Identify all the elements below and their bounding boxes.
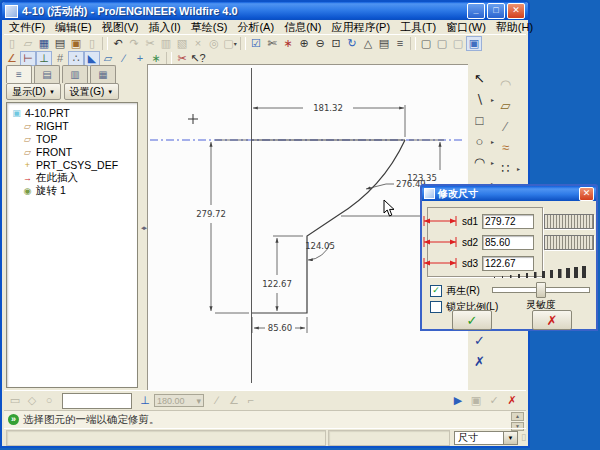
menu-view[interactable]: 视图(V) bbox=[97, 20, 144, 35]
tree-item-part[interactable]: ▣4-10.PRT bbox=[7, 106, 137, 119]
redo-icon[interactable]: ↷ bbox=[126, 36, 142, 51]
save-copy-icon[interactable]: ▣ bbox=[68, 36, 84, 51]
open-file-icon[interactable]: ▱ bbox=[20, 36, 36, 51]
sketch-cancel-icon[interactable]: ✗ bbox=[470, 353, 489, 370]
tree-item-csys[interactable]: +PRT_CSYS_DEF bbox=[7, 158, 137, 171]
menu-insert[interactable]: 插入(I) bbox=[143, 20, 185, 35]
tab-history[interactable]: ▦ bbox=[90, 65, 116, 83]
offset-tool-icon[interactable]: ◠ bbox=[496, 76, 515, 93]
menu-tools[interactable]: 工具(T) bbox=[395, 20, 441, 35]
dim-bottom-width[interactable]: 85.60 bbox=[268, 323, 292, 333]
dialog-close-button[interactable]: ✕ bbox=[579, 187, 594, 201]
datum-burst-icon[interactable]: ∗ bbox=[280, 36, 296, 51]
paste-icon[interactable]: ▧ bbox=[174, 36, 190, 51]
thumbwheel[interactable] bbox=[544, 235, 594, 250]
point-tool-icon[interactable]: ∷▸ bbox=[496, 160, 515, 177]
angle-option-icon[interactable]: ∠ bbox=[226, 393, 242, 408]
menu-analysis[interactable]: 分析(A) bbox=[232, 20, 279, 35]
centerline-tool-icon[interactable]: ∕ bbox=[496, 118, 515, 135]
slash-option-icon[interactable]: ∕ bbox=[209, 393, 225, 408]
settings-button[interactable]: 设置(G)▼ bbox=[64, 83, 119, 100]
layers-icon[interactable]: ≡ bbox=[392, 36, 408, 51]
cancel-icon[interactable]: ✗ bbox=[504, 393, 520, 408]
regenerate-checkbox[interactable]: ✓ bbox=[430, 285, 442, 297]
rectangle-tool-icon[interactable]: □ bbox=[470, 112, 489, 129]
title-bar[interactable]: 4-10 (活动的) - Pro/ENGINEER Wildfire 4.0 _… bbox=[2, 2, 528, 20]
curve-tool-icon[interactable]: ≈ bbox=[496, 139, 515, 156]
tab-folder-browser[interactable]: ▤ bbox=[34, 65, 60, 83]
lock-scale-checkbox[interactable] bbox=[430, 301, 442, 313]
zoom-out-icon[interactable]: ⊖ bbox=[312, 36, 328, 51]
dashboard-input[interactable] bbox=[62, 393, 132, 409]
dim-top-width[interactable]: 181.32 bbox=[313, 103, 343, 113]
sensitivity-slider[interactable] bbox=[492, 282, 588, 296]
trim-rect-icon[interactable]: ▭ bbox=[7, 393, 23, 408]
menu-applications[interactable]: 应用程序(P) bbox=[326, 20, 395, 35]
select-box-icon[interactable]: ▢▾ bbox=[222, 36, 238, 51]
menu-help[interactable]: 帮助(H) bbox=[491, 20, 538, 35]
print-icon[interactable]: ▤ bbox=[52, 36, 68, 51]
wireframe-icon[interactable]: ▢ bbox=[418, 36, 434, 51]
arc-tool-icon[interactable]: ◠▸ bbox=[470, 154, 489, 171]
menu-window[interactable]: 窗口(W) bbox=[441, 20, 491, 35]
orient-icon[interactable]: △ bbox=[360, 36, 376, 51]
palette-tool-icon[interactable]: ▱ bbox=[496, 97, 515, 114]
accept-icon[interactable]: ✓ bbox=[486, 393, 502, 408]
dialog-title-bar[interactable]: 修改尺寸 ✕ bbox=[422, 186, 596, 201]
corner-option-icon[interactable]: ⌐ bbox=[243, 393, 259, 408]
no-hidden-icon[interactable]: ▢ bbox=[450, 36, 466, 51]
divide-icon[interactable]: ✄ bbox=[264, 36, 280, 51]
delete-icon[interactable]: × bbox=[190, 36, 206, 51]
line-tool-icon[interactable]: ∖▸ bbox=[470, 91, 489, 108]
search-icon[interactable]: ◎ bbox=[206, 36, 222, 51]
circle-tool-icon[interactable]: ○▸ bbox=[470, 133, 489, 150]
copy-icon[interactable]: ▥ bbox=[158, 36, 174, 51]
minimize-button[interactable]: _ bbox=[467, 3, 485, 19]
trim-circle-icon[interactable]: ○ bbox=[41, 393, 57, 408]
dim-segment-height[interactable]: 122.67 bbox=[262, 279, 292, 289]
dimension-value-field[interactable]: 85.60 bbox=[482, 235, 534, 250]
dimension-value-field[interactable]: 279.72 bbox=[482, 214, 534, 229]
hidden-line-icon[interactable]: ▢ bbox=[434, 36, 450, 51]
select-tool-icon[interactable]: ↖ bbox=[470, 70, 489, 87]
saved-views-icon[interactable]: ▤ bbox=[376, 36, 392, 51]
slider-handle[interactable] bbox=[536, 282, 546, 298]
close-button[interactable]: ✕ bbox=[507, 3, 525, 19]
menu-info[interactable]: 信息(N) bbox=[279, 20, 326, 35]
cancel-button[interactable]: ✗ bbox=[532, 310, 572, 330]
perpendicular-button[interactable]: ⊥ bbox=[137, 393, 153, 408]
selection-filter-combo[interactable]: 尺寸 ▼ bbox=[454, 431, 518, 445]
ok-button[interactable]: ✓ bbox=[452, 310, 492, 330]
dim-right-height[interactable]: 123.35 bbox=[407, 173, 437, 183]
new-file-icon[interactable]: ▯ bbox=[4, 36, 20, 51]
zoom-in-icon[interactable]: ⊕ bbox=[296, 36, 312, 51]
thumbwheel[interactable] bbox=[544, 214, 594, 229]
tree-item-front-plane[interactable]: ▱FRONT bbox=[7, 145, 137, 158]
tree-item-insert-here[interactable]: →在此插入 bbox=[7, 171, 137, 184]
sketch-done-icon[interactable]: ✓ bbox=[470, 332, 489, 349]
dim-angle[interactable]: 124.05 bbox=[305, 241, 335, 251]
save-icon[interactable]: ▦ bbox=[36, 36, 52, 51]
maximize-button[interactable]: □ bbox=[487, 3, 505, 19]
zoom-fit-icon[interactable]: ⊡ bbox=[328, 36, 344, 51]
dim-left-height[interactable]: 279.72 bbox=[196, 209, 226, 219]
cut-icon[interactable]: ✂ bbox=[142, 36, 158, 51]
pause-icon[interactable]: ▣ bbox=[468, 393, 484, 408]
splitter-grip-icon[interactable]: ◂▸ bbox=[141, 224, 146, 232]
menu-edit[interactable]: 编辑(E) bbox=[50, 20, 97, 35]
repaint-icon[interactable]: ↻ bbox=[344, 36, 360, 51]
show-button[interactable]: 显示(D)▼ bbox=[6, 83, 61, 100]
tree-item-revolve[interactable]: ◉旋转 1 bbox=[7, 184, 137, 197]
erase-icon[interactable]: ▯ bbox=[84, 36, 100, 51]
angle-combo[interactable]: 180.00▾ bbox=[154, 394, 204, 407]
tab-model-tree[interactable]: ≡ bbox=[6, 65, 32, 83]
shaded-icon[interactable]: ▣ bbox=[466, 36, 482, 51]
tree-item-right-plane[interactable]: ▱RIGHT bbox=[7, 119, 137, 132]
message-scroll-up[interactable]: ▲ bbox=[511, 412, 524, 421]
menu-sketch[interactable]: 草绘(S) bbox=[186, 20, 233, 35]
tree-item-top-plane[interactable]: ▱TOP bbox=[7, 132, 137, 145]
sel-filter-icon[interactable]: ☑ bbox=[248, 36, 264, 51]
tab-favorites[interactable]: ▥ bbox=[62, 65, 88, 83]
undo-icon[interactable]: ↶ bbox=[110, 36, 126, 51]
menu-file[interactable]: 文件(F) bbox=[4, 20, 50, 35]
